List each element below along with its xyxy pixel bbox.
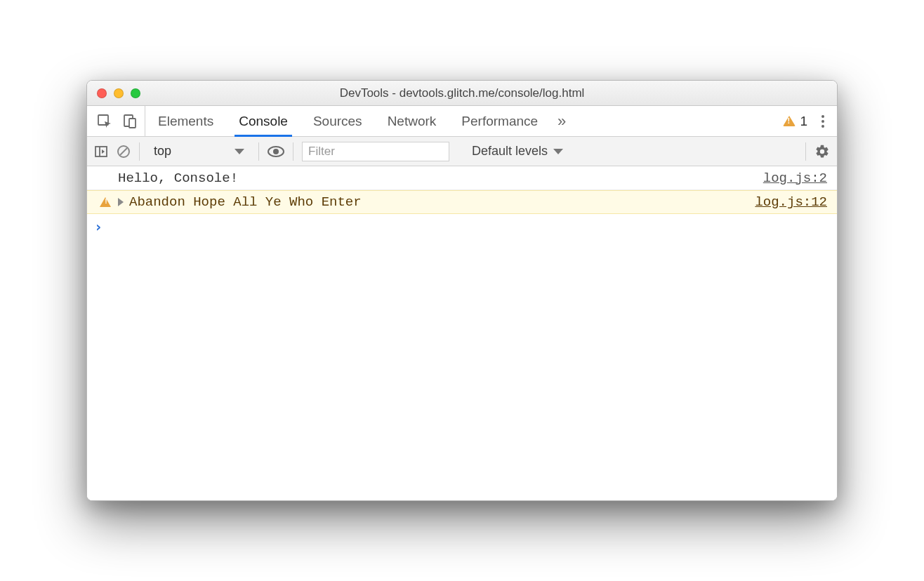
divider bbox=[258, 142, 259, 161]
device-toolbar-icon[interactable] bbox=[122, 114, 138, 129]
tab-elements[interactable]: Elements bbox=[145, 106, 226, 136]
levels-label: Default levels bbox=[472, 144, 548, 159]
svg-line-6 bbox=[120, 148, 127, 155]
execution-context-select[interactable]: top bbox=[148, 144, 250, 159]
inspect-element-icon[interactable] bbox=[97, 114, 112, 129]
live-expression-icon[interactable] bbox=[268, 143, 284, 160]
divider bbox=[805, 142, 806, 161]
console-input[interactable] bbox=[110, 218, 827, 235]
chevron-down-icon bbox=[553, 149, 563, 154]
toggle-sidebar-icon[interactable] bbox=[94, 145, 108, 159]
prompt-caret-icon: › bbox=[94, 218, 103, 235]
console-settings-icon[interactable] bbox=[814, 144, 830, 159]
more-tabs-button[interactable]: » bbox=[550, 106, 573, 136]
settings-menu-button[interactable] bbox=[819, 115, 827, 128]
chevron-down-icon bbox=[235, 149, 244, 154]
traffic-lights bbox=[87, 88, 140, 98]
tab-network[interactable]: Network bbox=[375, 106, 449, 136]
console-row-log: Hello, Console! log.js:2 bbox=[87, 166, 837, 190]
context-label: top bbox=[154, 144, 171, 159]
tab-sources[interactable]: Sources bbox=[301, 106, 375, 136]
console-prompt-row: › bbox=[87, 214, 837, 239]
console-output: Hello, Console! log.js:2 Abandon Hope Al… bbox=[87, 166, 837, 500]
window-close-button[interactable] bbox=[97, 88, 107, 98]
warning-icon bbox=[783, 116, 796, 126]
svg-rect-2 bbox=[129, 119, 136, 128]
log-levels-select[interactable]: Default levels bbox=[472, 144, 563, 159]
svg-point-8 bbox=[273, 149, 279, 154]
window-minimize-button[interactable] bbox=[114, 88, 124, 98]
log-message: Abandon Hope All Ye Who Enter bbox=[129, 194, 755, 210]
window-maximize-button[interactable] bbox=[131, 88, 140, 98]
warning-icon bbox=[100, 197, 111, 207]
titlebar: DevTools - devtools.glitch.me/console/lo… bbox=[87, 81, 837, 106]
warning-count: 1 bbox=[800, 114, 807, 129]
devtools-window: DevTools - devtools.glitch.me/console/lo… bbox=[86, 80, 838, 501]
warning-count-badge[interactable]: 1 bbox=[783, 114, 807, 129]
source-link[interactable]: log.js:2 bbox=[763, 171, 827, 186]
filter-input[interactable] bbox=[302, 142, 449, 161]
expand-arrow-icon[interactable] bbox=[118, 198, 124, 206]
window-title: DevTools - devtools.glitch.me/console/lo… bbox=[87, 86, 837, 100]
panel-tabbar: Elements Console Sources Network Perform… bbox=[87, 106, 837, 137]
log-message: Hello, Console! bbox=[118, 171, 763, 186]
console-toolbar: top Default levels bbox=[87, 137, 837, 166]
divider bbox=[293, 142, 293, 161]
divider bbox=[139, 142, 140, 161]
tab-console[interactable]: Console bbox=[226, 106, 301, 136]
chevron-double-right-icon: » bbox=[557, 112, 566, 131]
svg-rect-3 bbox=[95, 147, 107, 156]
tabbar-right-tools: 1 bbox=[776, 106, 831, 136]
tab-performance[interactable]: Performance bbox=[449, 106, 550, 136]
console-row-warn: Abandon Hope All Ye Who Enter log.js:12 bbox=[87, 190, 837, 214]
source-link[interactable]: log.js:12 bbox=[755, 194, 827, 210]
row-gutter bbox=[93, 197, 118, 207]
tabbar-left-tools bbox=[93, 106, 145, 136]
clear-console-icon[interactable] bbox=[117, 145, 131, 159]
panel-tabs: Elements Console Sources Network Perform… bbox=[145, 106, 776, 136]
